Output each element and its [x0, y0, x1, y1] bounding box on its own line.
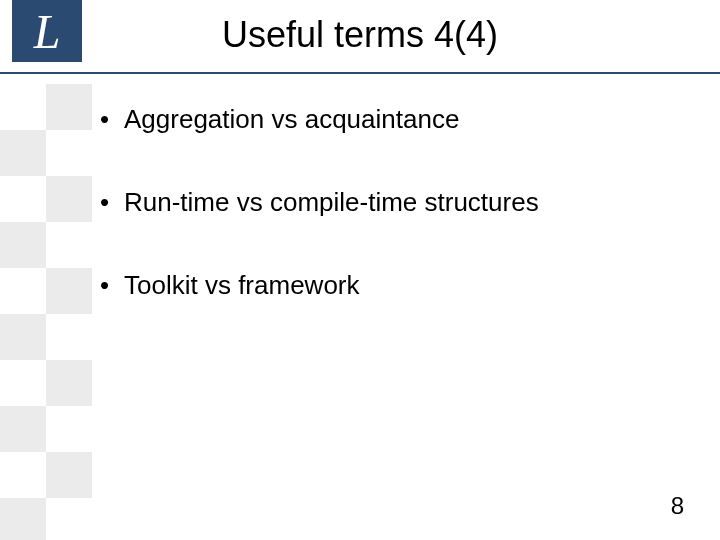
bullet-item: Run-time vs compile-time structures — [100, 187, 690, 218]
slide-title: Useful terms 4(4) — [0, 14, 720, 56]
page-number: 8 — [671, 492, 684, 520]
bullet-item: Toolkit vs framework — [100, 270, 690, 301]
bullet-item: Aggregation vs acquaintance — [100, 104, 690, 135]
slide-content: Aggregation vs acquaintance Run-time vs … — [0, 74, 720, 301]
slide-header: L Useful terms 4(4) — [0, 0, 720, 74]
